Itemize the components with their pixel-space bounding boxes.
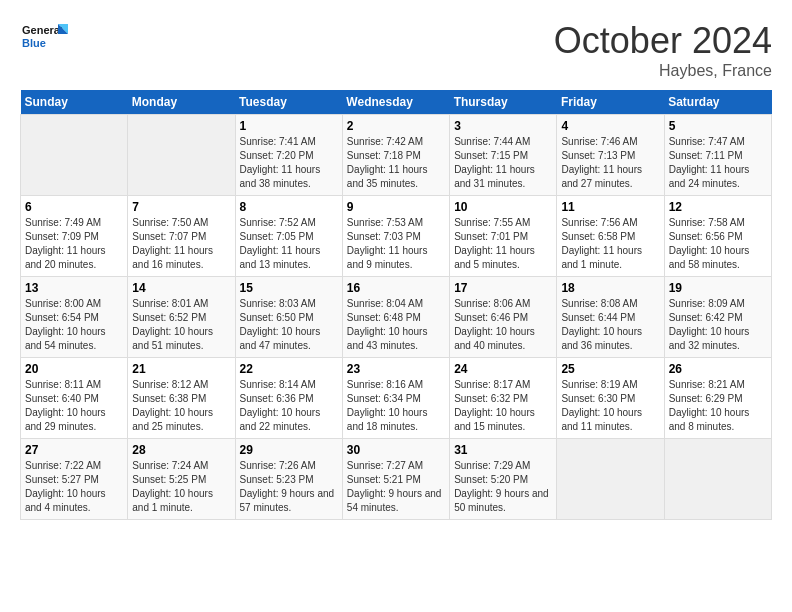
day-number: 27 bbox=[25, 443, 123, 457]
day-number: 25 bbox=[561, 362, 659, 376]
day-number: 24 bbox=[454, 362, 552, 376]
day-info: Sunrise: 8:16 AMSunset: 6:34 PMDaylight:… bbox=[347, 378, 445, 434]
calendar-header: SundayMondayTuesdayWednesdayThursdayFrid… bbox=[21, 90, 772, 115]
calendar-cell: 7Sunrise: 7:50 AMSunset: 7:07 PMDaylight… bbox=[128, 196, 235, 277]
location-title: Haybes, France bbox=[554, 62, 772, 80]
svg-text:General: General bbox=[22, 24, 63, 36]
calendar-cell: 25Sunrise: 8:19 AMSunset: 6:30 PMDayligh… bbox=[557, 358, 664, 439]
svg-text:Blue: Blue bbox=[22, 37, 46, 49]
day-number: 6 bbox=[25, 200, 123, 214]
calendar-cell: 31Sunrise: 7:29 AMSunset: 5:20 PMDayligh… bbox=[450, 439, 557, 520]
week-row-5: 27Sunrise: 7:22 AMSunset: 5:27 PMDayligh… bbox=[21, 439, 772, 520]
day-info: Sunrise: 7:27 AMSunset: 5:21 PMDaylight:… bbox=[347, 459, 445, 515]
calendar-cell: 24Sunrise: 8:17 AMSunset: 6:32 PMDayligh… bbox=[450, 358, 557, 439]
day-info: Sunrise: 8:00 AMSunset: 6:54 PMDaylight:… bbox=[25, 297, 123, 353]
day-number: 19 bbox=[669, 281, 767, 295]
day-info: Sunrise: 8:11 AMSunset: 6:40 PMDaylight:… bbox=[25, 378, 123, 434]
day-number: 23 bbox=[347, 362, 445, 376]
calendar-cell bbox=[664, 439, 771, 520]
calendar-cell: 27Sunrise: 7:22 AMSunset: 5:27 PMDayligh… bbox=[21, 439, 128, 520]
week-row-1: 1Sunrise: 7:41 AMSunset: 7:20 PMDaylight… bbox=[21, 115, 772, 196]
day-number: 13 bbox=[25, 281, 123, 295]
weekday-header-tuesday: Tuesday bbox=[235, 90, 342, 115]
day-info: Sunrise: 7:55 AMSunset: 7:01 PMDaylight:… bbox=[454, 216, 552, 272]
day-number: 20 bbox=[25, 362, 123, 376]
day-number: 30 bbox=[347, 443, 445, 457]
day-info: Sunrise: 8:06 AMSunset: 6:46 PMDaylight:… bbox=[454, 297, 552, 353]
day-info: Sunrise: 7:53 AMSunset: 7:03 PMDaylight:… bbox=[347, 216, 445, 272]
calendar-cell: 28Sunrise: 7:24 AMSunset: 5:25 PMDayligh… bbox=[128, 439, 235, 520]
weekday-header-wednesday: Wednesday bbox=[342, 90, 449, 115]
calendar-cell: 21Sunrise: 8:12 AMSunset: 6:38 PMDayligh… bbox=[128, 358, 235, 439]
day-info: Sunrise: 8:03 AMSunset: 6:50 PMDaylight:… bbox=[240, 297, 338, 353]
title-block: October 2024 Haybes, France bbox=[554, 20, 772, 80]
day-number: 14 bbox=[132, 281, 230, 295]
day-info: Sunrise: 8:12 AMSunset: 6:38 PMDaylight:… bbox=[132, 378, 230, 434]
day-info: Sunrise: 7:56 AMSunset: 6:58 PMDaylight:… bbox=[561, 216, 659, 272]
day-info: Sunrise: 7:42 AMSunset: 7:18 PMDaylight:… bbox=[347, 135, 445, 191]
calendar-cell bbox=[21, 115, 128, 196]
day-info: Sunrise: 7:41 AMSunset: 7:20 PMDaylight:… bbox=[240, 135, 338, 191]
calendar-cell: 2Sunrise: 7:42 AMSunset: 7:18 PMDaylight… bbox=[342, 115, 449, 196]
day-info: Sunrise: 7:49 AMSunset: 7:09 PMDaylight:… bbox=[25, 216, 123, 272]
weekday-header-thursday: Thursday bbox=[450, 90, 557, 115]
day-number: 3 bbox=[454, 119, 552, 133]
calendar-cell: 10Sunrise: 7:55 AMSunset: 7:01 PMDayligh… bbox=[450, 196, 557, 277]
calendar-cell: 1Sunrise: 7:41 AMSunset: 7:20 PMDaylight… bbox=[235, 115, 342, 196]
day-number: 18 bbox=[561, 281, 659, 295]
weekday-header-saturday: Saturday bbox=[664, 90, 771, 115]
day-number: 29 bbox=[240, 443, 338, 457]
weekday-header-sunday: Sunday bbox=[21, 90, 128, 115]
calendar-table: SundayMondayTuesdayWednesdayThursdayFrid… bbox=[20, 90, 772, 520]
day-info: Sunrise: 7:29 AMSunset: 5:20 PMDaylight:… bbox=[454, 459, 552, 515]
logo: General Blue bbox=[20, 20, 70, 56]
day-info: Sunrise: 8:21 AMSunset: 6:29 PMDaylight:… bbox=[669, 378, 767, 434]
month-title: October 2024 bbox=[554, 20, 772, 62]
day-info: Sunrise: 7:58 AMSunset: 6:56 PMDaylight:… bbox=[669, 216, 767, 272]
day-number: 7 bbox=[132, 200, 230, 214]
calendar-cell: 12Sunrise: 7:58 AMSunset: 6:56 PMDayligh… bbox=[664, 196, 771, 277]
calendar-cell: 9Sunrise: 7:53 AMSunset: 7:03 PMDaylight… bbox=[342, 196, 449, 277]
calendar-cell: 15Sunrise: 8:03 AMSunset: 6:50 PMDayligh… bbox=[235, 277, 342, 358]
day-number: 26 bbox=[669, 362, 767, 376]
calendar-cell: 23Sunrise: 8:16 AMSunset: 6:34 PMDayligh… bbox=[342, 358, 449, 439]
day-number: 5 bbox=[669, 119, 767, 133]
day-number: 8 bbox=[240, 200, 338, 214]
weekday-header-friday: Friday bbox=[557, 90, 664, 115]
day-info: Sunrise: 7:50 AMSunset: 7:07 PMDaylight:… bbox=[132, 216, 230, 272]
day-info: Sunrise: 7:44 AMSunset: 7:15 PMDaylight:… bbox=[454, 135, 552, 191]
day-number: 16 bbox=[347, 281, 445, 295]
day-number: 22 bbox=[240, 362, 338, 376]
day-number: 11 bbox=[561, 200, 659, 214]
day-info: Sunrise: 7:26 AMSunset: 5:23 PMDaylight:… bbox=[240, 459, 338, 515]
day-info: Sunrise: 8:04 AMSunset: 6:48 PMDaylight:… bbox=[347, 297, 445, 353]
week-row-3: 13Sunrise: 8:00 AMSunset: 6:54 PMDayligh… bbox=[21, 277, 772, 358]
day-info: Sunrise: 7:22 AMSunset: 5:27 PMDaylight:… bbox=[25, 459, 123, 515]
calendar-cell: 3Sunrise: 7:44 AMSunset: 7:15 PMDaylight… bbox=[450, 115, 557, 196]
weekday-header-monday: Monday bbox=[128, 90, 235, 115]
calendar-cell bbox=[557, 439, 664, 520]
day-number: 4 bbox=[561, 119, 659, 133]
day-number: 17 bbox=[454, 281, 552, 295]
calendar-cell: 16Sunrise: 8:04 AMSunset: 6:48 PMDayligh… bbox=[342, 277, 449, 358]
calendar-cell: 19Sunrise: 8:09 AMSunset: 6:42 PMDayligh… bbox=[664, 277, 771, 358]
day-info: Sunrise: 7:52 AMSunset: 7:05 PMDaylight:… bbox=[240, 216, 338, 272]
calendar-cell: 14Sunrise: 8:01 AMSunset: 6:52 PMDayligh… bbox=[128, 277, 235, 358]
day-number: 15 bbox=[240, 281, 338, 295]
day-info: Sunrise: 8:01 AMSunset: 6:52 PMDaylight:… bbox=[132, 297, 230, 353]
calendar-cell: 18Sunrise: 8:08 AMSunset: 6:44 PMDayligh… bbox=[557, 277, 664, 358]
calendar-cell: 29Sunrise: 7:26 AMSunset: 5:23 PMDayligh… bbox=[235, 439, 342, 520]
calendar-cell: 17Sunrise: 8:06 AMSunset: 6:46 PMDayligh… bbox=[450, 277, 557, 358]
calendar-cell bbox=[128, 115, 235, 196]
calendar-cell: 11Sunrise: 7:56 AMSunset: 6:58 PMDayligh… bbox=[557, 196, 664, 277]
page-header: General Blue October 2024 Haybes, France bbox=[20, 20, 772, 80]
calendar-cell: 20Sunrise: 8:11 AMSunset: 6:40 PMDayligh… bbox=[21, 358, 128, 439]
day-number: 12 bbox=[669, 200, 767, 214]
day-number: 28 bbox=[132, 443, 230, 457]
calendar-cell: 4Sunrise: 7:46 AMSunset: 7:13 PMDaylight… bbox=[557, 115, 664, 196]
calendar-cell: 5Sunrise: 7:47 AMSunset: 7:11 PMDaylight… bbox=[664, 115, 771, 196]
day-info: Sunrise: 8:19 AMSunset: 6:30 PMDaylight:… bbox=[561, 378, 659, 434]
day-number: 10 bbox=[454, 200, 552, 214]
day-info: Sunrise: 8:14 AMSunset: 6:36 PMDaylight:… bbox=[240, 378, 338, 434]
day-info: Sunrise: 7:24 AMSunset: 5:25 PMDaylight:… bbox=[132, 459, 230, 515]
